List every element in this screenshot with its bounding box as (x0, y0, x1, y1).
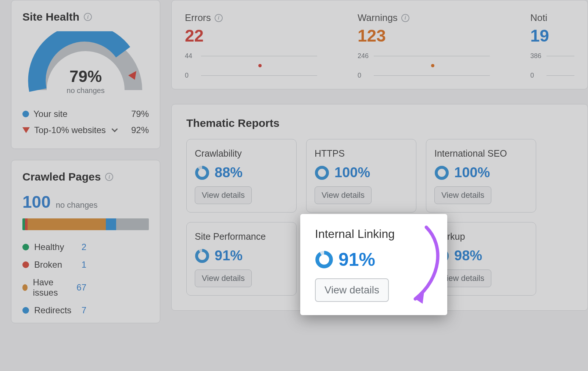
report-title: Markup (434, 231, 528, 242)
view-details-button[interactable]: View details (434, 186, 491, 204)
view-details-button[interactable]: View details (195, 270, 252, 287)
site-health-gauge: 79% no changes (22, 31, 149, 96)
crawl-legend-row[interactable]: Healthy2 (22, 238, 149, 256)
svg-point-7 (197, 250, 208, 261)
spark-dot-icon (431, 64, 434, 67)
spark-ymax: 44 (185, 52, 192, 60)
report-pct: 100% (334, 165, 370, 181)
warnings-col[interactable]: Warnings i 123 246 0 (358, 12, 497, 79)
triangle-down-icon (22, 127, 30, 133)
thematic-title: Thematic Reports (186, 117, 575, 129)
report-pct: 100% (454, 165, 490, 181)
crawled-subtext: no changes (56, 200, 98, 210)
crawled-total[interactable]: 100 (22, 192, 51, 212)
crawl-legend-row[interactable]: Have issues67 (22, 274, 149, 302)
donut-icon (195, 165, 209, 180)
report-card[interactable]: Site Performance91%View details (186, 222, 297, 296)
crawled-pages-title: Crawled Pages i (22, 171, 149, 183)
crawl-legend-label: Have issues (33, 277, 71, 298)
crawl-legend-label: Healthy (34, 242, 64, 252)
svg-point-5 (436, 167, 447, 178)
report-title: Crawlability (195, 148, 288, 159)
info-icon[interactable]: i (401, 14, 409, 22)
issues-summary-card: Errors i 22 44 0 Warnings i 123 (171, 0, 588, 89)
warnings-value: 123 (358, 26, 497, 46)
site-health-subtext: no changes (27, 86, 144, 95)
donut-icon (315, 165, 329, 180)
stack-segment[interactable] (28, 218, 106, 230)
report-pct: 91% (215, 248, 243, 264)
info-icon[interactable]: i (84, 13, 92, 21)
view-details-button[interactable]: View details (195, 186, 252, 204)
crawled-title-text: Crawled Pages (22, 171, 101, 183)
spark-ymin: 0 (185, 72, 189, 79)
report-title: International SEO (434, 148, 528, 159)
crawl-legend-value: 67 (76, 282, 86, 293)
warnings-sparkline: 246 0 (358, 53, 490, 79)
crawl-legend-label: Redirects (34, 305, 71, 315)
notices-col[interactable]: Noti 19 386 0 (530, 12, 574, 79)
internal-linking-popout: Internal Linking 91% View details (300, 214, 447, 315)
crawl-legend-value: 7 (82, 305, 86, 315)
svg-point-3 (316, 167, 327, 178)
legend-value: 92% (131, 125, 149, 135)
donut-icon (315, 250, 333, 269)
crawl-legend-label: Broken (34, 260, 62, 270)
crawl-legend-row[interactable]: Broken1 (22, 256, 149, 274)
svg-point-13 (317, 253, 331, 267)
info-icon[interactable]: i (105, 173, 113, 181)
donut-icon (434, 165, 449, 180)
dot-icon (22, 244, 29, 250)
stack-segment[interactable] (22, 218, 25, 230)
report-title: Site Performance (195, 231, 288, 242)
errors-label: Errors (185, 12, 211, 24)
notices-label: Noti (530, 12, 547, 24)
stack-segment[interactable] (106, 218, 116, 230)
svg-point-1 (197, 167, 208, 178)
errors-sparkline: 44 0 (185, 53, 317, 79)
crawled-stacked-bar[interactable] (22, 218, 149, 230)
report-pct: 88% (215, 165, 243, 181)
report-card[interactable]: International SEO100%View details (426, 139, 536, 213)
crawled-pages-card: Crawled Pages i 100 no changes Healthy2B… (11, 160, 160, 323)
report-pct: 98% (454, 248, 482, 264)
dot-icon (22, 307, 29, 314)
legend-label: Your site (33, 109, 68, 119)
stack-segment[interactable] (116, 218, 149, 230)
donut-icon (195, 249, 209, 263)
site-health-card: Site Health i 79% no changes (11, 0, 160, 149)
warnings-label: Warnings (358, 12, 398, 24)
notices-sparkline: 386 0 (530, 53, 574, 79)
report-card[interactable]: Crawlability88%View details (186, 139, 297, 213)
site-health-title: Site Health i (22, 11, 149, 23)
site-health-title-text: Site Health (22, 11, 79, 23)
dot-icon (22, 261, 29, 268)
report-title: HTTPS (315, 148, 408, 159)
dot-icon (22, 284, 28, 291)
report-card[interactable]: HTTPS100%View details (306, 139, 416, 213)
view-details-button[interactable]: View details (315, 186, 372, 204)
view-details-button[interactable]: View details (315, 278, 389, 302)
crawl-legend-row[interactable]: Redirects7 (22, 302, 149, 319)
errors-col[interactable]: Errors i 22 44 0 (185, 12, 325, 79)
report-title: Internal Linking (315, 227, 435, 241)
spark-ymax: 386 (530, 52, 541, 60)
spark-dot-icon (258, 64, 262, 67)
legend-value: 79% (131, 109, 149, 119)
legend-label: Top-10% websites (34, 125, 106, 135)
spark-ymin: 0 (358, 72, 361, 79)
report-pct: 91% (338, 249, 375, 270)
chevron-down-icon (111, 126, 118, 132)
stack-segment[interactable] (25, 218, 28, 230)
legend-your-site[interactable]: Your site 79% (22, 106, 149, 122)
crawl-legend-value: 2 (82, 242, 86, 252)
legend-top10[interactable]: Top-10% websites 92% (22, 122, 149, 138)
info-icon[interactable]: i (215, 14, 223, 22)
spark-ymin: 0 (530, 72, 534, 79)
crawl-legend-value: 1 (82, 260, 86, 270)
site-health-percent: 79% (27, 67, 144, 86)
dot-icon (22, 111, 29, 117)
notices-value: 19 (530, 26, 574, 46)
errors-value: 22 (185, 26, 325, 46)
spark-ymax: 246 (358, 52, 369, 60)
